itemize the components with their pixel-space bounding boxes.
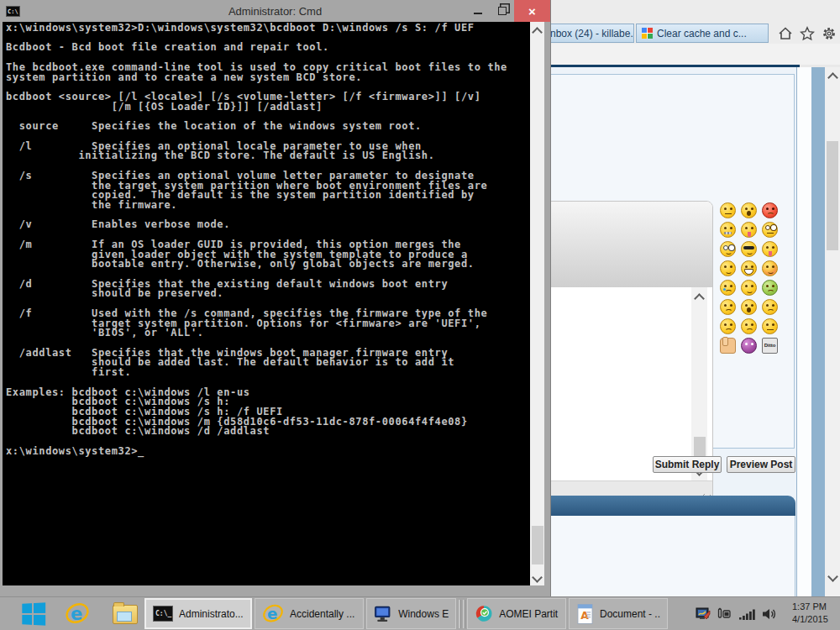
desktop: { "cmd_window": { "title": "Administrato… bbox=[0, 0, 840, 630]
clock-date: 4/1/2015 bbox=[792, 613, 828, 626]
taskbar-button-label: AOMEI Partit... bbox=[499, 608, 559, 620]
taskbar-button-ie[interactable]: e Accidentally ... bbox=[255, 598, 364, 629]
submit-reply-button[interactable]: Submit Reply bbox=[653, 456, 722, 473]
page-margin bbox=[797, 67, 811, 600]
smiley-mad[interactable] bbox=[762, 299, 778, 315]
textarea-scrollbar[interactable] bbox=[691, 287, 707, 480]
google-icon bbox=[642, 28, 653, 39]
ie-toolbar-buttons bbox=[778, 24, 837, 43]
power-icon[interactable] bbox=[717, 607, 732, 622]
system-tray bbox=[696, 597, 777, 630]
smiley-neutral[interactable] bbox=[720, 202, 736, 218]
scroll-up-icon[interactable] bbox=[827, 72, 838, 83]
smiley-angry[interactable] bbox=[762, 202, 778, 218]
console-scrollbar-thumb[interactable] bbox=[532, 526, 543, 564]
home-icon[interactable] bbox=[778, 26, 793, 41]
aomei-partition-icon bbox=[475, 603, 493, 624]
smiley-cool[interactable] bbox=[741, 241, 757, 257]
taskbar-button-label: Administrato... bbox=[179, 608, 244, 620]
tab-clear-cache[interactable]: Clear cache and c... bbox=[636, 24, 769, 43]
smiley-sealed[interactable] bbox=[720, 222, 736, 238]
taskbar-button-aomei[interactable]: AOMEI Partit... bbox=[467, 598, 566, 629]
smiley-palette: Ditto bbox=[720, 202, 784, 359]
smiley-speechless[interactable] bbox=[762, 318, 778, 334]
taskbar-button-label: Windows E... bbox=[398, 608, 449, 620]
console-output: x:\windows\system32>D:\windows\system32\… bbox=[3, 22, 530, 457]
smiley-tongue-out[interactable] bbox=[762, 241, 778, 257]
tab-clear-cache-label: Clear cache and c... bbox=[657, 28, 747, 39]
file-explorer-launcher[interactable] bbox=[106, 597, 144, 630]
favorites-star-icon[interactable] bbox=[800, 26, 815, 41]
clock-time: 1:37 PM bbox=[792, 601, 828, 613]
page-side-band bbox=[811, 67, 825, 600]
cmd-window: C:\ Administrator: Cmd × x:\windows\syst… bbox=[0, 0, 550, 596]
smiley-eye-roll[interactable] bbox=[762, 222, 778, 238]
window-controls: × bbox=[465, 0, 550, 22]
wordpad-icon: A bbox=[576, 603, 594, 625]
scroll-down-icon[interactable] bbox=[532, 572, 543, 583]
cmd-titlebar[interactable]: C:\ Administrator: Cmd × bbox=[0, 0, 550, 22]
cmd-icon: C:\_ bbox=[153, 606, 173, 622]
graphics-utility-icon[interactable] bbox=[696, 606, 711, 622]
svg-text:e: e bbox=[71, 604, 82, 624]
smiley-sick[interactable] bbox=[762, 280, 778, 296]
scroll-up-icon[interactable] bbox=[694, 293, 705, 304]
close-button[interactable]: × bbox=[514, 0, 550, 22]
console-area[interactable]: x:\windows\system32>D:\windows\system32\… bbox=[3, 22, 530, 585]
smiley-thumbs-up[interactable] bbox=[720, 338, 736, 354]
forum-lower-panel bbox=[538, 516, 795, 600]
editor-toolbar-area bbox=[539, 202, 713, 287]
taskbar: e C:\_ Administrato... e Accidentally ..… bbox=[0, 596, 840, 630]
scroll-down-icon[interactable] bbox=[827, 571, 838, 582]
preview-post-button[interactable]: Preview Post bbox=[727, 456, 795, 473]
ie-command-bar bbox=[538, 44, 840, 65]
console-icon: C:\ bbox=[6, 6, 20, 17]
taskbar-button-windows-explorer[interactable]: Windows E... bbox=[366, 598, 456, 629]
scroll-up-icon[interactable] bbox=[532, 27, 543, 38]
internet-explorer-launcher[interactable]: e bbox=[59, 597, 96, 630]
taskbar-separator bbox=[463, 600, 465, 628]
tab-inbox-label: nbox (24) - killabe... bbox=[550, 28, 634, 39]
taskbar-button-cmd[interactable]: C:\_ Administrato... bbox=[144, 598, 252, 629]
computer-icon bbox=[374, 604, 392, 624]
forum-section-header-bar bbox=[538, 496, 795, 516]
smiley-grumpy[interactable] bbox=[720, 318, 736, 334]
smiley-shocked[interactable] bbox=[741, 202, 757, 218]
smiley-big-grin[interactable] bbox=[741, 260, 757, 276]
internet-explorer-icon: e bbox=[262, 603, 284, 625]
reply-form-panel: Ditto bbox=[538, 74, 795, 449]
folder-icon bbox=[113, 605, 138, 624]
taskbar-button-label: Accidentally ... bbox=[290, 608, 354, 620]
svg-text:e: e bbox=[267, 605, 277, 622]
network-signal-icon[interactable] bbox=[738, 607, 755, 621]
internet-explorer-icon: e bbox=[65, 601, 90, 627]
ie-titlebar-area bbox=[538, 0, 840, 24]
windows-start-icon bbox=[22, 602, 46, 625]
taskbar-button-label: Document - ... bbox=[600, 608, 660, 620]
ie-browser-window: nbox (24) - killabe... Clear cache and c… bbox=[538, 0, 840, 600]
taskbar-button-document[interactable]: A Document - ... bbox=[569, 598, 668, 629]
tab-inbox[interactable]: nbox (24) - killabe... bbox=[544, 24, 634, 43]
smiley-tongue-wink[interactable] bbox=[741, 222, 757, 238]
restore-button[interactable] bbox=[490, 0, 514, 22]
browser-scrollbar[interactable] bbox=[825, 67, 840, 600]
smiley-blush[interactable] bbox=[762, 260, 778, 276]
smiley-frown[interactable] bbox=[720, 299, 736, 315]
smiley-nerd[interactable] bbox=[720, 241, 736, 257]
volume-icon[interactable] bbox=[762, 607, 777, 621]
settings-gear-icon[interactable] bbox=[822, 26, 837, 41]
smiley-wink[interactable] bbox=[720, 260, 736, 276]
reply-textarea[interactable] bbox=[539, 287, 713, 480]
smiley-ditto-sign[interactable]: Ditto bbox=[762, 338, 778, 354]
minimize-button[interactable] bbox=[465, 0, 490, 22]
smiley-worried[interactable] bbox=[741, 318, 757, 334]
smiley-crying[interactable] bbox=[720, 280, 736, 296]
browser-scrollbar-thumb[interactable] bbox=[827, 141, 838, 250]
smiley-smile[interactable] bbox=[741, 280, 757, 296]
taskbar-separator bbox=[459, 600, 461, 628]
start-button[interactable] bbox=[12, 597, 55, 630]
smiley-yawn[interactable] bbox=[741, 299, 757, 315]
taskbar-clock[interactable]: 1:37 PM 4/1/2015 bbox=[792, 601, 828, 626]
smiley-purple-dancer[interactable] bbox=[741, 338, 757, 354]
console-scrollbar[interactable] bbox=[530, 22, 544, 585]
